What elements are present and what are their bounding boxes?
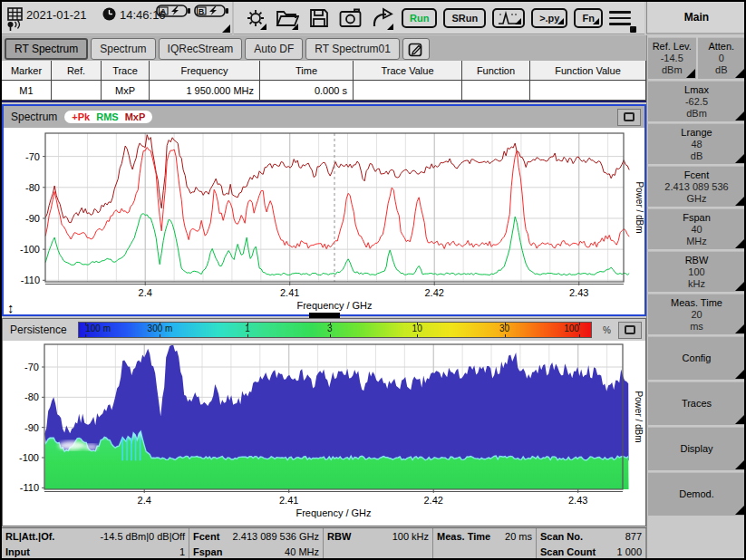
svg-text:Frequency / GHz: Frequency / GHz <box>296 300 372 311</box>
tab-spectrum[interactable]: Spectrum <box>91 38 155 60</box>
status-group: Fcent2.413 089 536 GHzFspan40 MHz <box>189 528 324 560</box>
scale-tick <box>505 334 506 337</box>
softkey-menu-corner <box>735 370 744 379</box>
svg-text:-90: -90 <box>24 422 39 433</box>
softkey-menu-corner <box>735 324 744 333</box>
marker-col-header: Function Value <box>530 61 646 81</box>
scale-updown-icon[interactable]: ↕ <box>7 301 15 314</box>
marker-cell[interactable] <box>462 81 530 101</box>
tab-iqrecstream[interactable]: IQRecStream <box>159 38 243 60</box>
status-group: Scan No.877Scan Count1 000 <box>537 528 646 560</box>
status-label: Fcent <box>193 529 219 544</box>
status-label: Fspan <box>193 545 222 559</box>
marker-cell[interactable]: M1 <box>2 81 52 101</box>
status-label: Scan Count <box>540 545 596 559</box>
legend-mxp: MxP <box>125 111 146 122</box>
status-value: 2.413 089 536 GHz <box>233 529 319 544</box>
softkey-unit: dB <box>691 150 702 162</box>
persistence-chart[interactable]: -70-80-90-100-1102.42.412.422.43Frequenc… <box>3 341 644 526</box>
svg-text:-110: -110 <box>20 482 39 493</box>
scale-label: 100 m <box>85 323 111 333</box>
softkey-lrange[interactable]: Lrange48dB <box>648 123 745 164</box>
screenshot-button[interactable] <box>338 5 363 32</box>
persistence-panel-title: Persistence <box>10 323 67 336</box>
softkey-unit: dBm <box>662 64 683 76</box>
softkey-menu-corner <box>735 282 744 291</box>
softkey-menu-corner <box>735 415 744 424</box>
tab-rt-spectrum01[interactable]: RT Spectrum01 <box>305 38 400 60</box>
tab-rt-spectrum[interactable]: RT Spectrum <box>5 38 88 60</box>
status-value: -14.5 dBm|0 dB|Off <box>100 529 185 544</box>
function-button[interactable]: Fn <box>574 8 602 28</box>
softkey-ref-lev[interactable]: Ref. Lev.-14.5dBm <box>648 37 696 79</box>
marker-cell[interactable]: MxP <box>102 81 150 101</box>
softkey-label: Atten. <box>708 41 734 53</box>
softkey-display[interactable]: Display <box>648 427 745 470</box>
softkey-demod[interactable]: Demod. <box>648 472 745 516</box>
svg-text:Power / dBm: Power / dBm <box>635 181 644 233</box>
marker-cell[interactable] <box>354 81 462 101</box>
softkey-value: 2.413 089 536 <box>664 181 728 193</box>
svg-text:-100: -100 <box>20 244 40 255</box>
scale-tick <box>417 323 418 325</box>
persistence-panel[interactable]: Persistence 100 m300 m131030100 % -70-80… <box>2 318 646 526</box>
spectrum-maximize-button[interactable] <box>617 109 641 126</box>
persistence-color-scale: 100 m300 m131030100 <box>78 322 592 338</box>
scale-tick <box>505 323 506 325</box>
tab-auto-df[interactable]: Auto DF <box>245 38 303 60</box>
trace-legend[interactable]: +PkRMSMxP <box>64 111 152 123</box>
status-label: RL|Att.|Of. <box>5 529 54 544</box>
softkey-fspan[interactable]: Fspan40MHz <box>648 208 745 249</box>
softkey-label: Demod. <box>679 488 714 500</box>
softkey-unit: kHz <box>688 278 705 290</box>
save-button[interactable] <box>306 5 332 32</box>
softkey-menu-corner <box>735 154 744 163</box>
status-value: 1 <box>179 545 185 559</box>
battery-b-icon: B <box>194 5 229 17</box>
softkey-label: Fspan <box>683 212 711 224</box>
datetime-group[interactable]: 2021-01-21 14:46:16 A B <box>2 2 234 34</box>
softkey-label: Config <box>683 352 712 364</box>
softkey-lmax[interactable]: Lmax-62.5dBm <box>648 81 745 121</box>
softkey-value: 40 <box>691 224 702 236</box>
softkey-menu-corner <box>735 197 744 206</box>
marker-cell[interactable]: 0.000 s <box>260 81 354 101</box>
softkey-menu-corner <box>686 69 695 78</box>
scale-tick <box>330 334 331 337</box>
spectrum-panel[interactable]: Spectrum +PkRMSMxP -70-80-90-100-1102.42… <box>2 104 646 316</box>
softkey-traces[interactable]: Traces <box>648 381 745 425</box>
edit-tabs-button[interactable] <box>402 38 430 60</box>
softkey-unit: dBm <box>686 108 707 120</box>
calendar-grid-icon <box>7 7 23 21</box>
datetime-menu-corner <box>222 24 230 33</box>
single-run-button[interactable]: SRun <box>443 8 486 28</box>
marker-cell[interactable] <box>530 81 646 101</box>
settings-button[interactable] <box>243 5 268 32</box>
marker-cell[interactable] <box>52 81 102 101</box>
persistence-maximize-button[interactable] <box>618 322 642 339</box>
panel-split-handle[interactable] <box>309 313 340 318</box>
svg-text:2.41: 2.41 <box>280 287 299 298</box>
run-button[interactable]: Run <box>402 8 437 28</box>
spectrum-chart[interactable]: -70-80-90-100-1102.42.412.422.43Frequenc… <box>4 128 644 314</box>
softkey-rbw[interactable]: RBW100kHz <box>648 251 745 292</box>
marker-cell[interactable]: 1 950.000 MHz <box>150 81 260 101</box>
softkey-menu-corner <box>735 69 744 78</box>
softkey-fcent[interactable]: Fcent2.413 089 536GHz <box>648 166 745 207</box>
softkey-meas-time[interactable]: Meas. Time20ms <box>648 294 745 334</box>
softkey-atten[interactable]: Atten.0dB <box>698 37 746 79</box>
softkey-menu-corner <box>735 239 744 248</box>
status-label: Input <box>5 545 30 559</box>
marker-col-header: Ref. <box>52 61 102 81</box>
spectrum-view-button[interactable] <box>492 8 525 28</box>
menu-button[interactable] <box>609 7 631 29</box>
menu-corner <box>630 26 636 33</box>
status-value: 100 kHz <box>392 529 429 544</box>
open-file-button[interactable] <box>275 5 300 32</box>
python-button[interactable]: >.py <box>531 8 567 28</box>
replay-button[interactable] <box>370 5 395 32</box>
softkey-value: -62.5 <box>685 96 708 108</box>
svg-text:-70: -70 <box>25 151 40 162</box>
svg-text:2.41: 2.41 <box>279 495 298 506</box>
softkey-config[interactable]: Config <box>648 336 745 380</box>
